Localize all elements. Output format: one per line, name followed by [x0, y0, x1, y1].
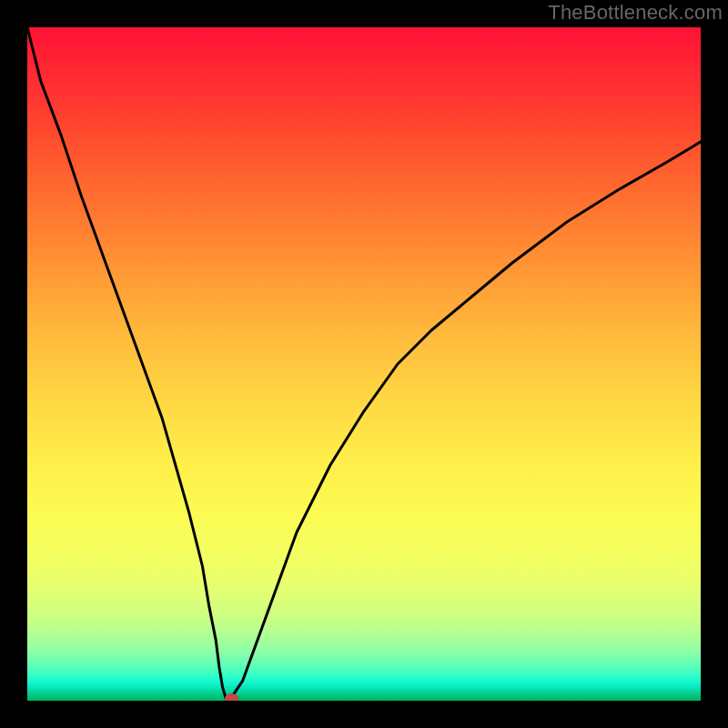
- chart-frame: TheBottleneck.com: [0, 0, 728, 728]
- plot-area: [27, 27, 701, 701]
- optimum-marker: [225, 693, 238, 701]
- curve-layer: [27, 27, 701, 701]
- watermark-text: TheBottleneck.com: [548, 1, 723, 25]
- bottleneck-curve: [27, 27, 701, 701]
